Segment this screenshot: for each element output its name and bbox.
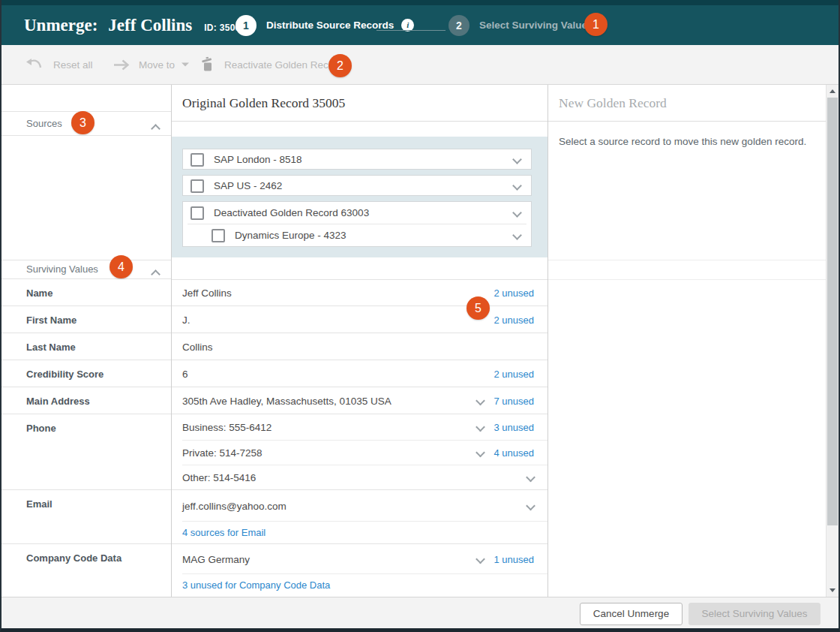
chevron-down-icon[interactable]	[526, 473, 536, 483]
move-to-button[interactable]: Move to	[112, 59, 189, 71]
unused-link[interactable]: 2 unused	[494, 368, 535, 379]
value-main-address: 305th Ave Hadley, Massachusetts, 01035 U…	[182, 395, 392, 406]
chevron-down-icon[interactable]	[512, 155, 522, 164]
source-checkbox[interactable]	[190, 179, 204, 193]
value-row-first-name: J. 2 unused	[172, 306, 548, 333]
unused-link[interactable]: 2 unused	[494, 314, 535, 325]
value-row-name: Jeff Collins 2 unused	[172, 279, 548, 306]
chevron-up-icon[interactable]	[151, 124, 160, 134]
main-area: Sources Surviving Values Name First Name…	[2, 85, 838, 597]
step-1-label: Distribute Source Records	[266, 20, 394, 31]
value-phone-private: Private: 514-7258	[182, 447, 262, 459]
source-checkbox[interactable]	[190, 153, 204, 167]
value-name: Jeff Collins	[182, 287, 232, 298]
source-label: SAP US - 2462	[214, 180, 282, 191]
chevron-up-icon[interactable]	[151, 269, 160, 279]
step-2-circle: 2	[448, 15, 470, 36]
source-checkbox[interactable]	[212, 229, 225, 242]
value-phone-business: Business: 555-6412	[182, 422, 272, 433]
step-2-label: Select Surviving Values	[479, 20, 593, 31]
step-distribute-source-records[interactable]: 1 Distribute Source Records i	[236, 15, 414, 36]
reset-all-button[interactable]: Reset all	[24, 59, 93, 71]
surviving-values-section-header[interactable]: Surviving Values	[2, 260, 171, 279]
phone-row-business: Business: 555-6412 3 unused	[172, 414, 548, 440]
source-label: Deactivated Golden Record 63003	[214, 207, 369, 218]
chevron-down-icon[interactable]	[512, 230, 522, 240]
source-checkbox[interactable]	[190, 206, 204, 220]
phone-row-private: Private: 514-7258 4 unused	[172, 441, 548, 465]
field-label-credibility-score: Credibility Score	[2, 360, 171, 387]
cancel-unmerge-button[interactable]: Cancel Unmerge	[580, 603, 682, 625]
scroll-down-button[interactable]	[826, 585, 838, 596]
record-name: Jeff Collins	[108, 16, 192, 35]
reactivate-trash-icon	[200, 57, 215, 73]
value-last-name: Collins	[182, 341, 213, 352]
new-record-message: Select a source record to move this new …	[559, 134, 818, 149]
company-code-unused-link-row: 3 unused for Company Code Data	[172, 574, 548, 596]
step-1-circle: 1	[236, 15, 256, 36]
source-label: SAP London - 8518	[214, 154, 302, 165]
source-record-deactivated-group[interactable]: Deactivated Golden Record 63003 Dynamics…	[182, 201, 532, 247]
source-label: Dynamics Europe - 4323	[235, 230, 346, 241]
chevron-down-icon[interactable]	[526, 501, 536, 510]
value-row-main-address: 305th Ave Hadley, Massachusetts, 01035 U…	[172, 387, 548, 414]
chevron-down-icon[interactable]	[476, 396, 485, 405]
divider	[548, 260, 826, 260]
triangle-down-icon	[830, 588, 836, 592]
scroll-up-button[interactable]	[826, 86, 838, 97]
unused-link[interactable]: 4 unused	[494, 447, 535, 459]
value-first-name: J.	[182, 314, 190, 325]
unused-link[interactable]: 1 unused	[494, 553, 535, 564]
callout-badge-2: 2	[328, 54, 352, 77]
callout-badge-3: 3	[71, 111, 94, 134]
new-record-header: New Golden Record	[548, 85, 826, 122]
company-code-row: MAG Germany 1 unused	[172, 544, 548, 573]
email-row: jeff.collins@yahoo.com	[172, 490, 548, 521]
step-connector-line	[376, 30, 446, 31]
source-record-sap-london[interactable]: SAP London - 8518	[182, 149, 532, 170]
value-email: jeff.collins@yahoo.com	[182, 500, 286, 511]
step-select-surviving-values[interactable]: 2 Select Surviving Values	[448, 15, 593, 36]
sources-for-email-link[interactable]: 4 sources for Email	[182, 527, 266, 538]
unused-link[interactable]: 7 unused	[494, 395, 535, 406]
vertical-scrollbar[interactable]	[826, 85, 838, 597]
callout-badge-4: 4	[110, 255, 133, 278]
source-record-dynamics-europe[interactable]: Dynamics Europe - 4323	[183, 224, 531, 246]
reactivate-label: Reactivate Golden Record	[224, 59, 343, 71]
original-record-header: Original Golden Record 35005	[172, 85, 548, 122]
chevron-down-icon[interactable]	[512, 208, 522, 218]
chevron-down-icon[interactable]	[476, 423, 485, 432]
reset-all-label: Reset all	[53, 59, 93, 71]
callout-badge-5: 5	[466, 296, 490, 320]
scrollbar-thumb[interactable]	[827, 98, 838, 525]
move-to-label: Move to	[139, 59, 175, 71]
source-record-deactivated[interactable]: Deactivated Golden Record 63003	[183, 202, 531, 224]
value-group-email: jeff.collins@yahoo.com 4 sources for Ema…	[172, 490, 548, 544]
phone-row-other: Other: 514-5416	[172, 465, 548, 489]
unused-link[interactable]: 3 unused	[494, 422, 535, 433]
unused-link[interactable]: 2 unused	[494, 287, 535, 298]
email-sources-link-row: 4 sources for Email	[172, 522, 548, 543]
value-row-last-name: Collins	[172, 333, 548, 360]
select-surviving-values-button[interactable]: Select Surviving Values	[688, 603, 820, 625]
source-record-sap-us[interactable]: SAP US - 2462	[182, 175, 532, 196]
title-prefix: Unmerge:	[24, 16, 98, 35]
reactivate-golden-record-button[interactable]: Reactivate Golden Record	[200, 57, 343, 73]
unmerge-window: Unmerge: Jeff Collins ID: 35005 1 Distri…	[0, 0, 840, 632]
triangle-up-icon	[830, 89, 836, 93]
source-records-block: SAP London - 8518 SAP US - 2462 Deactiva…	[172, 137, 548, 257]
unused-for-company-code-link[interactable]: 3 unused for Company Code Data	[182, 579, 330, 591]
sources-header-label: Sources	[26, 118, 62, 129]
new-golden-record-panel: New Golden Record Select a source record…	[548, 85, 826, 597]
field-label-phone: Phone	[2, 414, 171, 490]
callout-badge-1: 1	[584, 13, 608, 36]
chevron-down-icon[interactable]	[476, 554, 485, 564]
original-golden-record-panel: Original Golden Record 35005 SAP London …	[172, 85, 548, 597]
field-label-company-code-data: Company Code Data	[2, 544, 171, 597]
page-title: Unmerge: Jeff Collins ID: 35005	[24, 16, 246, 35]
surviving-values-header-label: Surviving Values	[26, 263, 98, 275]
chevron-down-icon	[182, 63, 189, 67]
chevron-down-icon[interactable]	[476, 448, 485, 458]
chevron-down-icon[interactable]	[512, 181, 522, 191]
left-panel: Sources Surviving Values Name First Name…	[2, 85, 172, 597]
